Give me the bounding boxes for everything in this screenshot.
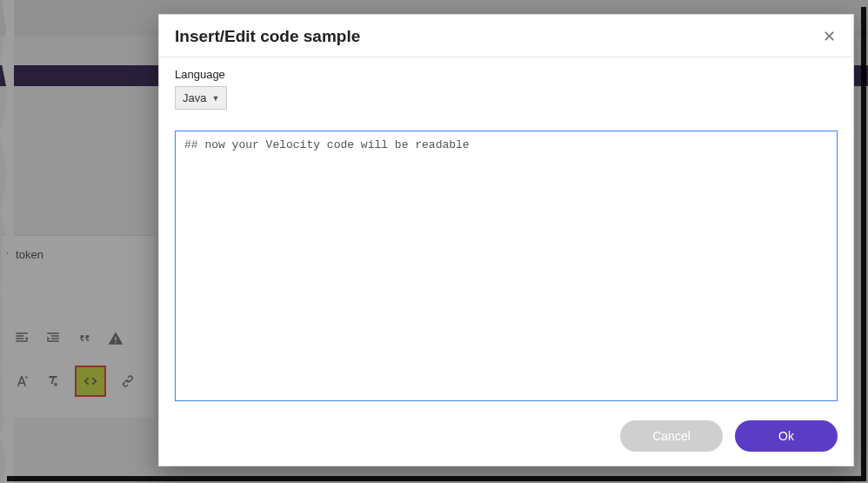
stage: y token [0,0,868,483]
language-select[interactable]: Java ▼ [175,86,227,110]
caret-down-icon: ▼ [211,94,219,103]
code-textarea[interactable] [175,131,838,401]
close-icon: ✕ [823,29,836,44]
language-label: Language [175,68,838,81]
language-value: Java [183,91,206,104]
dialog-body: Language Java ▼ [159,57,853,408]
close-button[interactable]: ✕ [820,28,838,45]
dialog-title: Insert/Edit code sample [175,27,360,46]
code-sample-dialog: Insert/Edit code sample ✕ Language Java … [158,14,854,466]
dialog-header: Insert/Edit code sample ✕ [159,15,853,57]
dialog-footer: Cancel Ok [159,408,853,466]
ok-button[interactable]: Ok [735,420,838,452]
cancel-button[interactable]: Cancel [620,420,723,452]
